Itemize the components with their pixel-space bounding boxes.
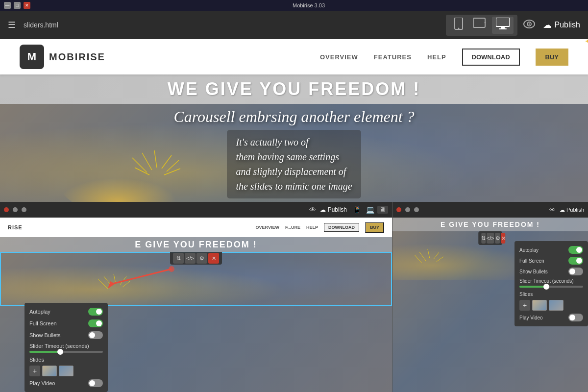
settings-timeout-row: Slider Timeout (seconds): [29, 343, 103, 353]
settings-fullscreen-label: Full Screen: [29, 320, 85, 326]
play-video-row: Play Video: [29, 379, 103, 387]
publish-button[interactable]: ☁ Publish: [543, 20, 580, 30]
right-slider-thumb[interactable]: [543, 284, 549, 290]
mobile-device-button[interactable]: [450, 17, 467, 34]
right-max-btn[interactable]: [414, 207, 419, 212]
settings-fullscreen-row: Full Screen: [29, 319, 103, 327]
inner-nav-features[interactable]: F...URE: [285, 225, 300, 230]
slider-thumb[interactable]: [57, 349, 63, 355]
left-settings-panel: Autoplay Full Screen Show Bullets Slider…: [24, 303, 108, 392]
slides-row: +: [29, 366, 103, 376]
inner-mobirise-nav: RISE OVERVIEW F...URE HELP DOWNLOAD BUY: [0, 218, 392, 237]
right-autoplay-toggle[interactable]: [568, 246, 583, 254]
minimize-button[interactable]: —: [4, 2, 11, 9]
play-video-toggle[interactable]: [88, 379, 103, 387]
autoplay-toggle[interactable]: [88, 308, 103, 316]
right-block-move-btn[interactable]: ⇅: [481, 233, 486, 244]
right-block-settings-btn[interactable]: ⚙: [495, 233, 500, 244]
inner-nav-download[interactable]: DOWNLOAD: [324, 223, 359, 232]
block-settings-btn[interactable]: ⚙: [196, 253, 207, 264]
right-min-btn[interactable]: [405, 207, 410, 212]
nav-buy-button[interactable]: BUY: [536, 49, 568, 66]
maximize-button[interactable]: □: [14, 2, 21, 9]
right-slide-thumb-1[interactable]: [532, 300, 547, 311]
right-play-video-toggle[interactable]: [568, 314, 583, 321]
nav-link-features[interactable]: FEATURES: [374, 53, 412, 61]
right-autoplay-row: Autoplay: [519, 246, 583, 254]
inner-max-btn[interactable]: [22, 207, 26, 212]
slide-thumb-1[interactable]: [42, 366, 57, 376]
logo-star: ✦: [585, 39, 588, 47]
inner-nav-links: OVERVIEW F...URE HELP DOWNLOAD BUY: [256, 222, 384, 233]
toolbar-right: ☁ Publish: [523, 19, 580, 31]
preview-area: M ✦ MOBIRISE OVERVIEW FEATURES HELP DOWN…: [0, 39, 588, 392]
right-publish-button[interactable]: ☁ Publish: [560, 207, 584, 213]
inner-publish-cloud: ☁: [320, 206, 326, 213]
preview-button[interactable]: [523, 19, 535, 31]
svg-point-9: [528, 24, 530, 25]
settings-bullets-label: Show Bullets: [29, 332, 85, 338]
slide-thumb-2[interactable]: [59, 366, 74, 376]
svg-rect-6: [499, 28, 507, 29]
right-add-slide-btn[interactable]: +: [519, 300, 530, 311]
right-toolbar-right: 👁 ☁ Publish: [549, 206, 584, 214]
inner-preview-btn[interactable]: 👁: [309, 206, 316, 214]
block-delete-btn[interactable]: ✕: [208, 253, 219, 264]
inner-min-btn[interactable]: [13, 207, 18, 212]
inner-hero: E GIVE YOU FREEDOM !: [0, 237, 392, 252]
inner-hero-title: E GIVE YOU FREEDOM !: [135, 240, 257, 250]
main-slider-section: Carousell embrsing another element ? It'…: [0, 104, 588, 202]
mobirise-navbar: M ✦ MOBIRISE OVERVIEW FEATURES HELP DOWN…: [0, 39, 588, 74]
right-fullscreen-row: Full Screen: [519, 257, 583, 265]
menu-icon[interactable]: ☰: [8, 20, 16, 30]
slider-control[interactable]: [29, 351, 103, 353]
right-settings-panel: Autoplay Full Screen Show Bullets Slider…: [514, 241, 588, 326]
filename-label: sliders.html: [24, 21, 440, 29]
inner-close-btn[interactable]: [4, 207, 9, 212]
block-toolbar: ⇅ </> ⚙ ✕: [170, 252, 222, 265]
nav-link-overview[interactable]: OVERVIEW: [320, 53, 358, 61]
inner-tablet-btn[interactable]: 💻: [364, 206, 376, 214]
slides-label: Slides: [29, 357, 103, 363]
block-code-btn[interactable]: </>: [185, 253, 196, 264]
inner-mobile-btn[interactable]: 📱: [351, 206, 363, 214]
nav-links: OVERVIEW FEATURES HELP DOWNLOAD BUY: [320, 49, 568, 66]
right-block-delete-btn[interactable]: ✕: [501, 233, 506, 244]
right-publish-label: Publish: [566, 207, 584, 213]
right-block-code-btn[interactable]: </>: [487, 233, 494, 244]
inner-publish-label: Publish: [328, 206, 347, 213]
svg-rect-4: [496, 18, 510, 26]
settings-autoplay-label: Autoplay: [29, 309, 85, 315]
right-preview-btn[interactable]: 👁: [549, 206, 556, 214]
desktop-device-button[interactable]: [492, 17, 514, 34]
tablet-device-button[interactable]: [469, 17, 490, 34]
inner-nav-overview[interactable]: OVERVIEW: [256, 225, 279, 230]
right-bullets-label: Show Bullets: [519, 269, 565, 274]
slider-overlay-body: It's actually two of them having same se…: [227, 130, 361, 198]
nav-link-help[interactable]: HELP: [427, 53, 446, 61]
right-hero-title: E GIVE YOU FREEDOM !: [441, 220, 540, 228]
inner-nav-buy[interactable]: BUY: [365, 222, 384, 233]
right-slider-control[interactable]: [519, 286, 583, 288]
right-fullscreen-toggle[interactable]: [568, 257, 583, 265]
bullets-toggle[interactable]: [88, 331, 103, 339]
inner-desktop-btn[interactable]: 🖥: [377, 206, 388, 214]
add-slide-btn[interactable]: +: [29, 366, 40, 376]
right-bullets-toggle[interactable]: [568, 268, 583, 275]
inner-slider: ⇅ </> ⚙ ✕: [0, 252, 392, 306]
inner-nav-help[interactable]: HELP: [306, 225, 318, 230]
svg-rect-2: [473, 18, 485, 27]
close-button[interactable]: ✕: [24, 2, 30, 9]
block-move-btn[interactable]: ⇅: [173, 253, 184, 264]
svg-rect-5: [501, 26, 505, 28]
logo-m-letter: M: [27, 50, 36, 63]
right-block-toolbar: ⇅ </> ⚙ ✕: [478, 231, 503, 245]
right-close-btn[interactable]: [396, 207, 401, 212]
inner-publish-button[interactable]: ☁ Publish: [320, 206, 347, 213]
right-autoplay-label: Autoplay: [519, 247, 565, 253]
fullscreen-toggle[interactable]: [88, 319, 103, 327]
inner-toolbar-left: 👁 ☁ Publish 📱 💻 🖥: [0, 202, 392, 218]
right-slide-thumb-2[interactable]: [549, 300, 564, 311]
nav-download-button[interactable]: DOWNLOAD: [462, 49, 520, 66]
right-toolbar: 👁 ☁ Publish: [392, 202, 588, 218]
